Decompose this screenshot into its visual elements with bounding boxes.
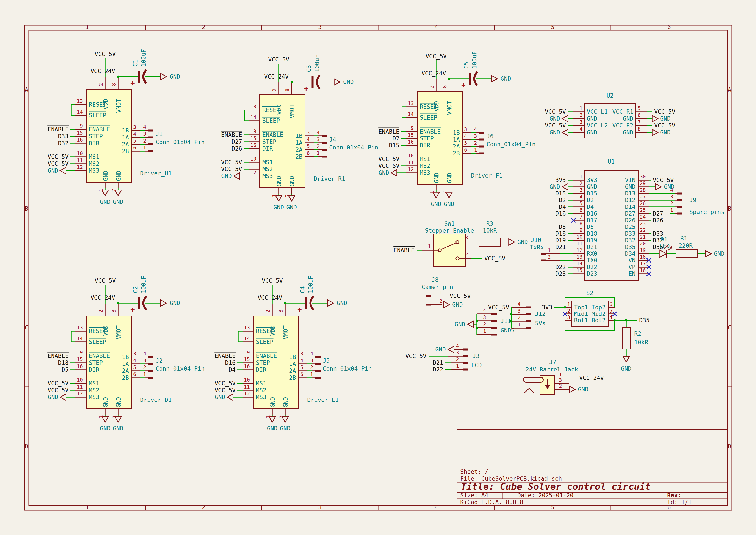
connector-pad[interactable]: [492, 334, 497, 336]
gnd-label: GND: [714, 250, 724, 257]
connector-pad[interactable]: [463, 362, 468, 364]
pin-name: GND: [276, 176, 283, 186]
net-label: VCC_5V: [450, 293, 471, 299]
connector-pad[interactable]: [463, 369, 468, 371]
connector-pad[interactable]: [315, 363, 321, 365]
net-label: VCC_24V: [257, 294, 282, 301]
pin-number: 5: [464, 140, 467, 146]
connector-pad[interactable]: [148, 130, 153, 131]
pin-number: 9: [247, 350, 250, 355]
border-column-label: 3: [318, 24, 322, 30]
pin-name: GND: [625, 183, 635, 190]
pin-number: 17: [640, 261, 646, 267]
connector-pad[interactable]: [322, 142, 327, 144]
connector-pad[interactable]: [148, 356, 153, 358]
pin-number: 4: [456, 343, 459, 349]
connector-pad[interactable]: [148, 150, 153, 152]
connector-pad[interactable]: [315, 370, 321, 372]
pin-number: 15: [77, 356, 83, 362]
net-label: VCC_5V: [221, 166, 242, 173]
pin-number: 1: [272, 194, 277, 197]
connector-pad[interactable]: [315, 356, 321, 358]
pin-number: 15: [408, 132, 414, 138]
pin-number: 16: [640, 268, 646, 273]
connector-pad[interactable]: [426, 304, 431, 306]
gnd-label: GND: [444, 201, 454, 207]
pin-name: 2A: [295, 146, 303, 153]
pin-name: VCC_L2: [587, 122, 608, 129]
wire-junction: [476, 326, 478, 329]
pin-name: 2B: [453, 150, 460, 156]
connector-pad[interactable]: [148, 137, 153, 138]
pin-number: 2: [567, 308, 570, 314]
component-ref: Driver_L1: [307, 397, 339, 404]
pin-number: 9: [253, 128, 256, 134]
connector-pad[interactable]: [526, 320, 531, 322]
net-label: VCC_5V: [654, 122, 675, 129]
net-label: VCC_5V: [268, 56, 289, 63]
connector-pad[interactable]: [322, 156, 327, 158]
net-label: ENABLE: [47, 352, 68, 359]
connector-pad[interactable]: [479, 139, 484, 141]
pin-number: 4: [143, 351, 146, 356]
border-column-label: 1: [85, 504, 89, 511]
gnd-label: GND: [550, 129, 560, 136]
connector-pad[interactable]: [492, 313, 497, 315]
connector-pad[interactable]: [541, 253, 546, 255]
gnd-label: GND: [452, 301, 463, 308]
wire-junction: [510, 313, 513, 316]
connector-pad[interactable]: [541, 260, 546, 262]
connector-pad[interactable]: [148, 377, 153, 379]
net-label: VCC_5V: [425, 53, 447, 60]
pin-name: 1B: [289, 353, 296, 360]
pin-name: ENABLE: [262, 131, 284, 138]
connector-pad[interactable]: [322, 135, 327, 137]
pin-name: DIR: [89, 140, 99, 147]
connector-pad[interactable]: [463, 349, 468, 351]
pin-name: GND: [289, 176, 295, 186]
connector-pad[interactable]: [426, 295, 431, 297]
pin-number: 9: [80, 123, 83, 129]
gnd-label: GND: [100, 198, 111, 205]
pin-number: 16: [408, 139, 414, 145]
diode-value: LED: [659, 243, 670, 249]
connector-value: Conn_01x04_Pin: [323, 365, 372, 372]
connector-pad[interactable]: [677, 193, 682, 195]
connector-pad[interactable]: [479, 132, 484, 134]
connector-pad[interactable]: [677, 199, 682, 201]
pin-name: Top2: [591, 304, 606, 311]
pin-name: MS3: [262, 173, 273, 179]
polarity-plus: +: [130, 79, 135, 87]
connector-ref: J12: [535, 310, 546, 317]
net-label: ENABLE: [393, 247, 415, 253]
connector-pad[interactable]: [526, 313, 531, 315]
polarity-plus: +: [130, 305, 135, 314]
connector-pad[interactable]: [148, 143, 153, 145]
net-label: VCC_5V: [47, 380, 68, 387]
connector-pad[interactable]: [479, 153, 484, 155]
pin-number: 10: [244, 377, 250, 383]
pin-name: VMOT: [115, 99, 122, 113]
connector-pad[interactable]: [526, 307, 531, 308]
pin-name: D23: [587, 270, 597, 277]
connector-pad[interactable]: [148, 363, 153, 365]
pin-name: VCC_R1: [612, 108, 633, 115]
pin-name: DIR: [89, 366, 99, 373]
capacitor-ref: C1: [132, 60, 139, 67]
connector-pad[interactable]: [479, 146, 484, 148]
connector-pad[interactable]: [322, 149, 327, 151]
connector-pad[interactable]: [677, 206, 682, 208]
connector-pad[interactable]: [492, 327, 497, 329]
connector-pad[interactable]: [677, 213, 682, 215]
pin-number: 4: [580, 126, 582, 132]
connector-pad[interactable]: [315, 377, 321, 379]
connector-pad[interactable]: [526, 327, 531, 329]
pin-number: 27: [640, 194, 646, 200]
connector-ref: J9: [689, 197, 696, 204]
connector-pad[interactable]: [148, 370, 153, 372]
pin-name: D16: [587, 210, 597, 217]
connector-pad[interactable]: [463, 355, 468, 357]
pin-number: 2: [272, 88, 277, 92]
connector-pad[interactable]: [492, 320, 497, 322]
pin-number: 11: [250, 163, 256, 168]
